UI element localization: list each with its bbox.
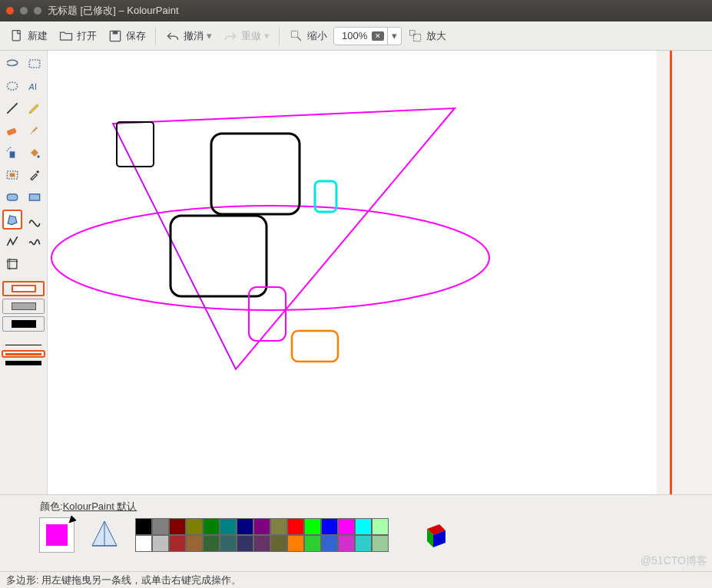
save-button[interactable]: 保存 xyxy=(103,25,151,47)
palette-swatch[interactable] xyxy=(203,518,220,535)
file-new-icon xyxy=(9,28,25,44)
tool-color-picker[interactable] xyxy=(25,165,45,185)
palette-swatch[interactable] xyxy=(135,535,152,552)
folder-open-icon xyxy=(58,28,74,44)
tool-text[interactable]: AI xyxy=(25,76,45,96)
tool-color-select[interactable] xyxy=(2,165,22,185)
zoom-value: 100% xyxy=(334,30,372,41)
drawing-canvas[interactable] xyxy=(48,51,657,494)
chevron-down-icon[interactable]: ▾ xyxy=(264,30,270,41)
palette-swatch[interactable] xyxy=(169,518,186,535)
color-cube-icon[interactable] xyxy=(419,520,450,550)
tool-polyline[interactable] xyxy=(2,232,22,252)
color-panel-label: 颜色:KolourPaint 默认 xyxy=(40,500,672,514)
svg-rect-2 xyxy=(113,31,118,34)
palette-swatch[interactable] xyxy=(186,535,203,552)
palette-swatch[interactable] xyxy=(237,535,253,552)
palette-swatch[interactable] xyxy=(287,535,304,552)
redo-icon xyxy=(223,28,238,44)
line-medium-option[interactable] xyxy=(2,351,45,357)
transparency-icon[interactable] xyxy=(89,518,120,552)
palette-swatch[interactable] xyxy=(338,535,355,552)
svg-rect-21 xyxy=(29,194,39,200)
canvas-drawing xyxy=(48,51,657,494)
window-close-icon[interactable] xyxy=(6,7,14,15)
palette-swatch[interactable] xyxy=(270,535,287,552)
palette-swatch[interactable] xyxy=(270,518,287,535)
zoom-in-label: 放大 xyxy=(426,29,446,43)
palette-swatch[interactable] xyxy=(321,535,338,552)
chevron-down-icon[interactable]: ▾ xyxy=(207,30,212,41)
palette-swatch[interactable] xyxy=(220,518,237,535)
palette-swatch[interactable] xyxy=(169,535,186,552)
window-min-icon[interactable] xyxy=(20,7,28,15)
palette-swatch[interactable] xyxy=(152,518,169,535)
line-thin-option[interactable] xyxy=(2,342,45,348)
canvas-viewport xyxy=(48,51,712,494)
tool-curve[interactable] xyxy=(25,210,45,230)
svg-rect-22 xyxy=(8,259,17,269)
tool-freehand[interactable] xyxy=(25,232,45,252)
tool-eraser[interactable] xyxy=(2,121,22,140)
palette-swatch[interactable] xyxy=(253,535,270,552)
fill-fg-option[interactable] xyxy=(2,316,45,332)
palette-swatch[interactable] xyxy=(372,535,389,552)
color-scheme-name[interactable]: KolourPaint 默认 xyxy=(63,500,137,512)
window-max-icon[interactable] xyxy=(34,7,41,15)
redo-button[interactable]: 重做 ▾ xyxy=(218,25,274,47)
tool-line[interactable] xyxy=(2,98,22,118)
svg-line-27 xyxy=(113,124,236,369)
open-button[interactable]: 打开 xyxy=(54,25,101,47)
palette-swatch[interactable] xyxy=(253,518,270,535)
fill-bg-option[interactable] xyxy=(2,299,45,314)
tool-rect-select[interactable] xyxy=(25,54,45,74)
palette-swatch[interactable] xyxy=(355,535,372,552)
watermark: @51CTO博客 xyxy=(641,554,707,568)
svg-marker-26 xyxy=(113,108,455,369)
current-color-swatch[interactable] xyxy=(40,518,74,552)
palette-swatch[interactable] xyxy=(237,518,253,535)
tool-spray[interactable] xyxy=(2,143,22,163)
tool-flood-fill[interactable] xyxy=(25,143,45,163)
tool-ellipse-select[interactable] xyxy=(2,76,22,96)
palette-swatch[interactable] xyxy=(372,518,389,535)
status-text: 多边形: 用左键拖曳另一条线，或单击右键完成操作。 xyxy=(6,573,241,587)
svg-point-13 xyxy=(8,148,9,150)
palette-swatch[interactable] xyxy=(220,535,237,552)
palette-swatch[interactable] xyxy=(287,518,304,535)
chevron-down-icon[interactable]: ▾ xyxy=(387,28,401,45)
new-button[interactable]: 新建 xyxy=(5,25,52,47)
zoom-in-button[interactable]: 放大 xyxy=(403,25,451,47)
zoom-combobox[interactable]: 100% ✕ ▾ xyxy=(333,27,402,45)
tool-rounded-rect[interactable] xyxy=(2,187,22,207)
zoom-in-icon xyxy=(408,28,423,44)
palette-swatch[interactable] xyxy=(135,518,152,535)
zoom-clear-icon[interactable]: ✕ xyxy=(372,31,384,41)
tool-brush[interactable] xyxy=(25,121,45,140)
tool-free-select[interactable] xyxy=(2,54,22,74)
palette-swatch[interactable] xyxy=(203,535,220,552)
svg-rect-12 xyxy=(10,151,15,157)
line-thick-option[interactable] xyxy=(2,360,45,366)
palette-swatch[interactable] xyxy=(338,518,355,535)
tool-crop[interactable] xyxy=(2,254,22,274)
palette-swatch[interactable] xyxy=(152,535,169,552)
palette-swatch[interactable] xyxy=(355,518,372,535)
palette-swatch[interactable] xyxy=(304,535,321,552)
color-row xyxy=(40,518,672,552)
zoom-out-button[interactable]: 缩小 xyxy=(284,25,332,47)
tool-polygon[interactable] xyxy=(2,210,22,230)
palette-swatch[interactable] xyxy=(304,518,321,535)
tool-rectangle[interactable] xyxy=(25,187,45,207)
undo-button[interactable]: 撤消 ▾ xyxy=(161,25,217,47)
main-toolbar: 新建 打开 保存 撤消 ▾ 重做 ▾ 缩小 100% ✕ ▾ 放大 xyxy=(0,21,712,51)
tool-pencil[interactable] xyxy=(25,98,45,118)
palette-swatch[interactable] xyxy=(321,518,338,535)
fill-outline-option[interactable] xyxy=(2,281,45,296)
svg-rect-33 xyxy=(292,331,338,362)
svg-text:A: A xyxy=(28,82,35,91)
save-icon xyxy=(108,28,123,44)
palette-swatch[interactable] xyxy=(186,518,203,535)
svg-line-10 xyxy=(7,103,17,113)
zoom-out-icon xyxy=(289,28,304,44)
